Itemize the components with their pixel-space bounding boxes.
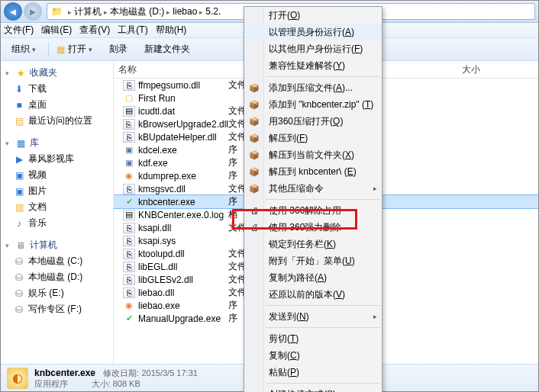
- menu-icon: 🖨: [247, 220, 261, 234]
- menu-icon: 📦: [247, 114, 261, 128]
- context-menu-item[interactable]: 复制(C): [244, 347, 382, 364]
- sidebar-item-disk-e[interactable]: ⛁娱乐 (E:): [1, 285, 113, 301]
- status-type: 应用程序: [34, 379, 68, 388]
- breadcrumb[interactable]: 计算机: [74, 5, 102, 18]
- library-icon: ▦: [15, 138, 27, 149]
- menu-icon: 📦: [247, 98, 261, 111]
- file-icon: ⎘: [123, 132, 135, 143]
- context-menu-item[interactable]: 粘贴(P): [244, 364, 382, 381]
- file-icon: ▣: [123, 145, 135, 156]
- video-icon: ▶: [13, 154, 25, 165]
- context-menu-item[interactable]: 📦添加到压缩文件(A)...: [244, 79, 382, 96]
- sidebar-item-disk-f[interactable]: ⛁写作专区 (F:): [1, 301, 113, 317]
- context-menu-item[interactable]: 复制为路径(A): [244, 269, 382, 286]
- context-menu-item[interactable]: 🖨使用 360解除占用: [244, 202, 382, 219]
- video-icon: ▣: [13, 170, 25, 181]
- sidebar-item-music[interactable]: ♪音乐: [1, 215, 113, 231]
- menu-icon: 📦: [247, 131, 261, 145]
- download-icon: ⬇: [13, 84, 25, 95]
- back-button[interactable]: ◄: [4, 2, 22, 21]
- app-icon: ◐: [7, 368, 28, 389]
- file-icon: ⎘: [123, 236, 135, 246]
- context-menu-item[interactable]: 🖨使用 360强力删除: [244, 219, 382, 236]
- context-menu-item[interactable]: 打开(O): [244, 7, 382, 24]
- menu-help[interactable]: 帮助(H): [156, 24, 187, 37]
- file-icon: ▤: [123, 210, 135, 220]
- context-menu-item[interactable]: 以管理员身份运行(A): [244, 24, 382, 40]
- sidebar-libraries[interactable]: ▦库: [1, 135, 113, 151]
- file-name: libEGL.dll: [138, 262, 177, 272]
- context-menu-item[interactable]: 剪切(T): [244, 330, 382, 347]
- forward-button[interactable]: ►: [24, 2, 42, 21]
- music-icon: ♪: [13, 218, 25, 229]
- menu-tools[interactable]: 工具(T): [118, 24, 147, 37]
- file-name: icudtl.dat: [138, 106, 175, 117]
- context-menu: 打开(O)以管理员身份运行(A)以其他用户身份运行(F)兼容性疑难解答(Y)📦添…: [244, 6, 382, 392]
- sidebar-item-videos[interactable]: ▣视频: [1, 167, 113, 183]
- context-menu-item[interactable]: 以其他用户身份运行(F): [244, 40, 382, 57]
- context-menu-item[interactable]: 兼容性疑难解答(Y): [244, 57, 382, 74]
- file-name: kdf.exe: [138, 158, 168, 169]
- context-menu-item[interactable]: 📦用360压缩打开(Q): [244, 113, 382, 130]
- sidebar-item-downloads[interactable]: ⬇下载: [1, 81, 113, 97]
- sidebar-item-disk-c[interactable]: ⛁本地磁盘 (C:): [1, 253, 113, 269]
- col-size[interactable]: 大小: [419, 63, 488, 76]
- status-filename: knbcenter.exe: [34, 368, 95, 378]
- context-menu-item[interactable]: 📦添加到 "knbcenter.zip" (T): [244, 96, 382, 113]
- newfolder-button[interactable]: 新建文件夹: [138, 40, 196, 58]
- star-icon: ★: [15, 68, 27, 79]
- sidebar-item-desktop[interactable]: ■桌面: [1, 97, 113, 113]
- context-menu-item[interactable]: 📦解压到(F): [244, 130, 382, 146]
- recent-icon: ▤: [13, 116, 25, 127]
- file-icon: ✔: [123, 313, 135, 324]
- burn-button[interactable]: 刻录: [103, 40, 134, 58]
- computer-icon: 🖥: [15, 240, 27, 251]
- context-menu-item[interactable]: 发送到(N): [244, 308, 382, 325]
- disk-icon: ⛁: [13, 272, 25, 283]
- organize-button[interactable]: 组织: [5, 40, 42, 58]
- context-menu-item[interactable]: 📦其他压缩命令: [244, 180, 382, 197]
- context-menu-item[interactable]: 附到「开始」菜单(U): [244, 252, 382, 269]
- breadcrumb[interactable]: liebao: [173, 6, 197, 17]
- breadcrumb[interactable]: 本地磁盘 (D:): [110, 5, 164, 18]
- file-name: knbcenter.exe: [138, 197, 195, 207]
- menu-icon: 📦: [247, 165, 261, 178]
- file-name: First Run: [138, 93, 176, 104]
- file-icon: ▤: [123, 106, 135, 117]
- file-name: KNBCenter.exe.0.log: [138, 210, 224, 220]
- file-name: ktoolupd.dll: [138, 249, 185, 259]
- context-menu-item[interactable]: 📦解压到当前文件夹(X): [244, 146, 382, 163]
- sidebar-item-baofeng[interactable]: ▶暴风影视库: [1, 151, 113, 167]
- file-icon: ▢: [123, 93, 135, 104]
- file-name: kBrowserUpgrade2.dll: [138, 119, 228, 130]
- menu-edit[interactable]: 编辑(E): [41, 24, 72, 37]
- folder-icon: ▦: [56, 44, 65, 55]
- sidebar-favorites[interactable]: ★收藏夹: [1, 65, 113, 81]
- file-name: libGLESv2.dll: [138, 275, 193, 285]
- document-icon: ▥: [13, 202, 25, 213]
- sidebar: ★收藏夹 ⬇下载 ■桌面 ▤最近访问的位置 ▦库 ▶暴风影视库 ▣视频 ▣图片 …: [1, 62, 114, 364]
- sidebar-item-pictures[interactable]: ▣图片: [1, 183, 113, 199]
- file-icon: ✔: [123, 197, 135, 207]
- file-name: ksapi.sys: [138, 236, 176, 246]
- file-icon: ⎘: [123, 288, 135, 298]
- context-menu-item[interactable]: 锁定到任务栏(K): [244, 236, 382, 252]
- file-name: ffmpegsumo.dll: [138, 80, 200, 91]
- file-icon: ⎘: [123, 119, 135, 130]
- sidebar-item-recent[interactable]: ▤最近访问的位置: [1, 113, 113, 129]
- context-menu-item[interactable]: 创建快捷方式(S): [244, 386, 382, 392]
- file-icon: ◉: [123, 171, 135, 182]
- menu-icon: 📦: [247, 182, 261, 195]
- disk-icon: ⛁: [13, 304, 25, 315]
- file-icon: ⎘: [123, 184, 135, 194]
- breadcrumb[interactable]: 5.2.: [205, 6, 221, 17]
- sidebar-item-documents[interactable]: ▥文档: [1, 199, 113, 215]
- sidebar-item-disk-d[interactable]: ⛁本地磁盘 (D:): [1, 269, 113, 285]
- menu-file[interactable]: 文件(F): [4, 24, 34, 37]
- context-menu-item[interactable]: 还原以前的版本(V): [244, 286, 382, 303]
- menu-view[interactable]: 查看(V): [79, 24, 110, 37]
- context-menu-item[interactable]: 📦解压到 knbcenter\ (E): [244, 163, 382, 180]
- open-button[interactable]: ▦ 打开: [50, 40, 98, 58]
- disk-icon: ⛁: [13, 256, 25, 267]
- sidebar-computer[interactable]: 🖥计算机: [1, 237, 113, 253]
